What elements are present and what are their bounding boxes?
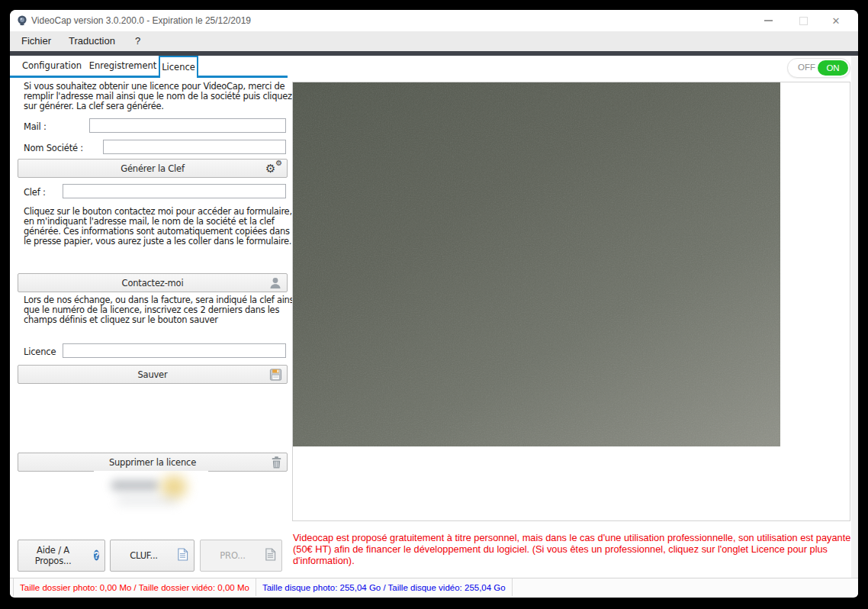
delete-license-label: Supprimer la licence	[109, 457, 196, 468]
company-input[interactable]	[103, 140, 286, 154]
company-label: Nom Société :	[24, 143, 83, 153]
mail-label: Mail :	[24, 121, 47, 132]
close-icon: ✕	[832, 16, 841, 26]
tab-licence[interactable]: Licence	[159, 56, 198, 78]
menu-bar: Fichier Traduction ?	[10, 31, 858, 51]
video-noise	[293, 82, 780, 446]
blurred-logo	[94, 471, 208, 518]
camera-toggle[interactable]: OFF ON	[787, 58, 850, 78]
maximize-icon	[799, 17, 808, 25]
status-disk-sizes: Taille disque photo: 255,04 Go / Taille …	[256, 578, 513, 596]
document-gray-icon	[265, 548, 276, 561]
mail-input[interactable]	[89, 118, 286, 133]
key-label: Clef :	[24, 187, 46, 198]
floppy-disk-icon	[269, 368, 282, 381]
minimize-icon	[764, 20, 773, 21]
minimize-button[interactable]	[757, 13, 780, 28]
document-icon	[177, 548, 188, 561]
person-icon	[268, 276, 282, 290]
camera-video-preview	[293, 82, 780, 446]
contact-info-text: Cliquez sur le bouton contactez moi pour…	[24, 207, 297, 246]
help-about-button[interactable]: Aide / A Propos... ?	[18, 540, 105, 572]
menu-traduction[interactable]: Traduction	[66, 31, 118, 51]
license-number-label: Licence	[24, 346, 56, 357]
generate-key-button[interactable]: Générer la Clef ⚙ ⚙	[18, 159, 288, 178]
window-title: VideoCap version 3.0.200.0 - Expiration …	[31, 15, 251, 26]
help-about-label: Aide / A Propos...	[30, 545, 77, 566]
screen-background: { "colors": { "accent_blue": "#1687c9", …	[0, 0, 868, 609]
cluf-label: CLUF...	[130, 550, 158, 561]
menu-fichier[interactable]: Fichier	[18, 31, 54, 51]
tab-configuration[interactable]: Configuration	[18, 56, 86, 76]
cluf-button[interactable]: CLUF...	[110, 540, 194, 572]
webcam-app-icon	[16, 14, 28, 27]
trash-icon	[271, 456, 282, 469]
save-label: Sauver	[137, 369, 167, 380]
save-info-text: Lors de nos échange, ou dans la facture,…	[24, 295, 297, 325]
generate-key-label: Générer la Clef	[121, 163, 185, 174]
tab-underline	[10, 76, 288, 78]
status-folder-sizes: Taille dossier photo: 0,00 Mo / Taille d…	[13, 578, 256, 596]
menu-help[interactable]: ?	[132, 31, 143, 51]
contact-me-label: Contactez-moi	[122, 278, 184, 288]
pro-usage-notice: Videocap est proposé gratuitement à titr…	[293, 532, 853, 566]
maximize-button[interactable]	[792, 13, 815, 28]
delete-license-button[interactable]: Supprimer la licence	[18, 453, 288, 472]
license-number-input[interactable]	[63, 343, 286, 358]
contact-me-button[interactable]: Contactez-moi	[18, 273, 288, 292]
app-window: VideoCap version 3.0.200.0 - Expiration …	[10, 10, 858, 598]
close-button[interactable]: ✕	[825, 13, 847, 28]
save-button[interactable]: Sauver	[18, 365, 288, 384]
preview-panel	[292, 82, 850, 521]
status-bar: Taille dossier photo: 0,00 Mo / Taille d…	[10, 578, 858, 596]
licence-intro-text: Si vous souhaitez obtenir une licence po…	[24, 82, 297, 111]
tab-enregistrement[interactable]: Enregistrement	[86, 56, 159, 76]
toggle-on-label[interactable]: ON	[818, 60, 848, 76]
key-input[interactable]	[63, 184, 286, 198]
window-edge	[851, 56, 858, 578]
gears-icon: ⚙ ⚙	[265, 161, 282, 176]
help-question-icon: ?	[94, 550, 99, 561]
pro-button[interactable]: PRO...	[200, 540, 282, 572]
title-bar[interactable]: VideoCap version 3.0.200.0 - Expiration …	[10, 10, 858, 31]
pro-label: PRO...	[220, 550, 245, 561]
toggle-off-label[interactable]: OFF	[798, 63, 815, 72]
